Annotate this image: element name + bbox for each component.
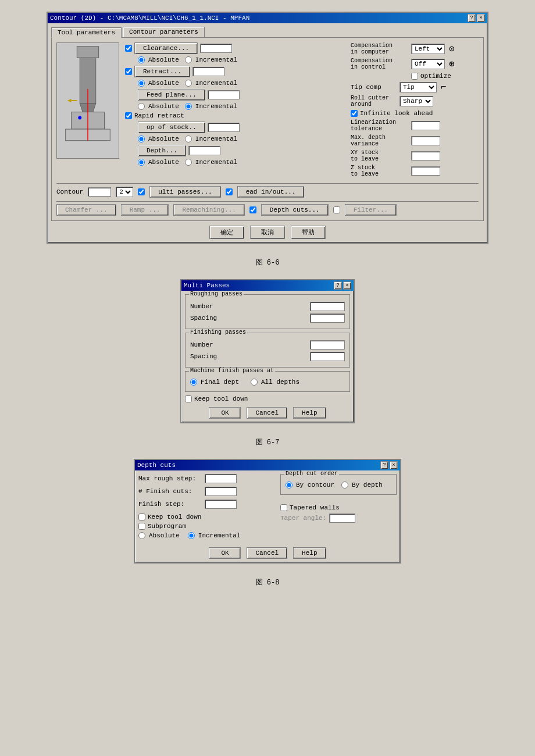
final-dept-radio[interactable] xyxy=(190,379,197,386)
mp-help-btn2[interactable]: Help xyxy=(293,407,326,419)
retract-inc-radio[interactable] xyxy=(185,80,192,87)
retract-input[interactable]: 5.0 xyxy=(192,67,224,76)
depth-btn[interactable]: Depth... xyxy=(138,145,186,156)
taper-angle-label: Taper angle: xyxy=(280,515,327,522)
optimize-checkbox[interactable] xyxy=(411,73,418,80)
mp-keep-tool-checkbox[interactable] xyxy=(185,395,192,402)
finishing-spacing-input[interactable]: 0.5 xyxy=(310,352,345,361)
depth-row: Depth... -101.0 xyxy=(125,145,346,156)
help-btn-1[interactable]: 帮助 xyxy=(291,226,326,239)
dc-close-btn[interactable]: × xyxy=(390,461,398,469)
help-btn[interactable]: ? xyxy=(468,14,476,22)
max-depth-input[interactable]: 0.05 xyxy=(411,136,440,145)
depth-inc-radio[interactable] xyxy=(185,159,192,166)
dc-help-btn[interactable]: ? xyxy=(380,461,388,469)
dc-abs-radio[interactable] xyxy=(138,532,145,539)
depth-cuts-btn[interactable]: Depth cuts... xyxy=(261,204,329,216)
comp-control-row: Compensationin control Off Left Right ⊕ xyxy=(351,58,479,70)
top-abs-label: Absolute xyxy=(138,135,179,142)
tab-contour-parameters[interactable]: Contour parameters xyxy=(123,27,205,37)
optimize-label: Optimize xyxy=(420,73,451,80)
dc-help-btn2[interactable]: Help xyxy=(293,547,326,559)
comp-control-select[interactable]: Off Left Right xyxy=(411,59,445,69)
filter-btn[interactable]: Filter... xyxy=(345,204,397,216)
roll-cutter-select[interactable]: Sharp Loop None xyxy=(400,96,433,106)
cancel-btn-1[interactable]: 取消 xyxy=(250,226,285,239)
max-rough-input[interactable]: 10.0 xyxy=(205,474,237,483)
comp-computer-icon: ⊙ xyxy=(449,43,455,55)
tab-tool-parameters[interactable]: Tool parameters xyxy=(51,27,122,38)
ok-btn-1[interactable]: 确定 xyxy=(209,226,244,239)
all-depths-radio[interactable] xyxy=(251,379,258,386)
machine-finish-label: Machine finish passes at xyxy=(189,368,275,374)
tip-comp-label: Tip comp xyxy=(351,84,397,91)
retract-abs-radio[interactable] xyxy=(138,80,145,87)
svg-rect-0 xyxy=(77,47,98,58)
clearance-abs-radio[interactable] xyxy=(138,56,145,63)
infinite-look-checkbox[interactable] xyxy=(351,110,358,117)
feed-plane-input[interactable]: 5.0 xyxy=(208,90,240,99)
lead-in-out-btn[interactable]: ead in/out... xyxy=(237,186,305,198)
roughing-number-input[interactable]: 2 xyxy=(310,302,345,311)
contour-type-input[interactable]: 2D xyxy=(88,187,111,197)
close-btn[interactable]: × xyxy=(477,14,485,22)
finishing-passes-group: Finishing passes Number 1 Spacing 0.5 xyxy=(185,333,350,368)
by-depth-radio[interactable] xyxy=(341,482,348,488)
finish-step-row: Finish step: 1.0 xyxy=(138,500,274,509)
by-contour-radio[interactable] xyxy=(286,482,293,488)
z-stock-input[interactable]: 0.0 xyxy=(411,166,440,176)
mp-help-btn[interactable]: ? xyxy=(334,281,342,290)
depth-abs-radio[interactable] xyxy=(138,159,145,166)
depth-input[interactable]: -101.0 xyxy=(188,146,220,155)
clearance-inc-radio[interactable] xyxy=(185,56,192,63)
top-inc-radio[interactable] xyxy=(185,135,192,142)
xy-stock-input[interactable]: 0.0 xyxy=(411,151,440,161)
feed-plane-radio-row: Absolute Incremental xyxy=(125,103,346,110)
depth-inc-label: Incremental xyxy=(185,159,238,166)
tapered-walls-checkbox[interactable] xyxy=(280,504,287,511)
clearance-btn[interactable]: Clearance... xyxy=(134,42,198,54)
mp-ok-btn[interactable]: OK xyxy=(209,407,241,419)
chamfer-btn[interactable]: Chamfer ... xyxy=(56,204,116,216)
by-contour-label: By contour xyxy=(286,482,334,488)
retract-checkbox[interactable] xyxy=(125,68,132,75)
comp-computer-select[interactable]: Left Right Off xyxy=(411,44,445,54)
feed-plane-row: Feed plane... 5.0 xyxy=(125,89,346,101)
retract-btn[interactable]: Retract... xyxy=(134,66,190,77)
contour-type-select[interactable]: 2D xyxy=(116,187,133,197)
multi-passes-checkbox[interactable] xyxy=(138,188,145,195)
top-stock-input[interactable]: 5.0 xyxy=(208,123,240,132)
ramp-btn[interactable]: Ramp ... xyxy=(121,204,169,216)
depth-cuts-checkbox[interactable] xyxy=(249,206,256,213)
feed-abs-radio[interactable] xyxy=(138,103,145,110)
dc-keep-tool-checkbox[interactable] xyxy=(138,513,145,520)
filter-checkbox[interactable] xyxy=(333,206,340,213)
dc-inc-radio[interactable] xyxy=(188,532,195,539)
top-stock-btn[interactable]: op of stock.. xyxy=(138,122,205,133)
max-rough-label: Max rough step: xyxy=(138,475,202,482)
feed-inc-radio[interactable] xyxy=(185,103,192,110)
clearance-checkbox[interactable] xyxy=(125,45,132,52)
linear-tol-input[interactable]: 0.025 xyxy=(411,121,440,130)
remachining-btn[interactable]: Remachining... xyxy=(173,204,244,216)
dc-ok-btn[interactable]: OK xyxy=(209,547,241,559)
finish-cuts-input[interactable]: 0 xyxy=(205,487,237,496)
roughing-label: Roughing passes xyxy=(189,291,244,297)
clearance-inc-label: Incremental xyxy=(185,56,238,63)
roughing-spacing-input[interactable]: 5.0 xyxy=(310,313,345,323)
feed-plane-btn[interactable]: Feed plane... xyxy=(138,89,205,101)
dc-right: Depth cut order By contour By depth xyxy=(280,474,397,541)
lead-in-out-checkbox[interactable] xyxy=(226,188,233,195)
dc-subprogram-checkbox[interactable] xyxy=(138,523,145,530)
mp-close-btn[interactable]: × xyxy=(343,281,351,290)
finishing-number-input[interactable]: 1 xyxy=(310,340,345,350)
top-abs-radio[interactable] xyxy=(138,135,145,142)
clearance-input[interactable]: 20.0 xyxy=(200,44,232,53)
mp-cancel-btn[interactable]: Cancel xyxy=(247,407,287,419)
tip-comp-select[interactable]: Tip Center xyxy=(400,82,437,92)
finish-step-input[interactable]: 1.0 xyxy=(205,500,237,509)
multi-passes-btn[interactable]: ulti passes... xyxy=(149,186,220,198)
taper-angle-input[interactable]: 0.0 xyxy=(329,513,355,523)
dc-cancel-btn[interactable]: Cancel xyxy=(247,547,287,559)
rapid-retract-checkbox[interactable] xyxy=(125,112,132,119)
